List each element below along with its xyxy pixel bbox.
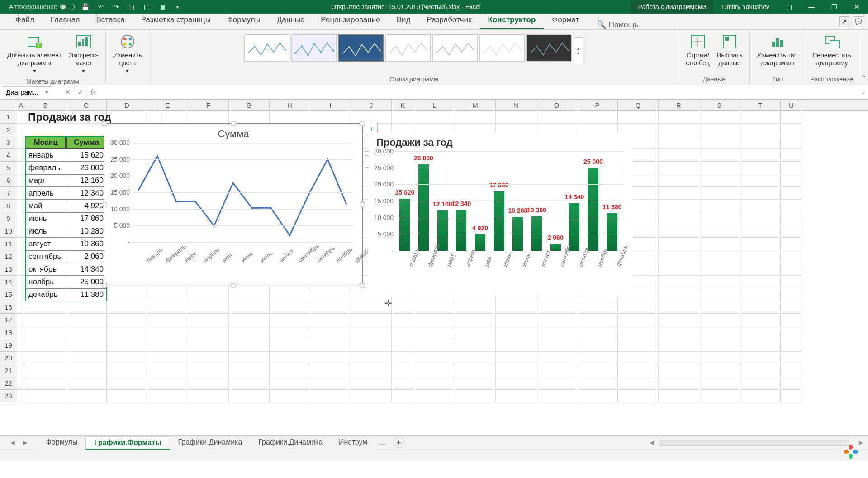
cell[interactable] (17, 124, 25, 136)
ribbon-tab-вид[interactable]: Вид (389, 12, 419, 29)
sheet-tab[interactable]: Графики.Динамика (250, 436, 331, 450)
cell[interactable] (536, 301, 577, 314)
col-header[interactable]: H (270, 100, 310, 110)
cell[interactable] (414, 339, 455, 352)
tell-me[interactable]: 🔍 Помощь (597, 20, 639, 29)
col-header[interactable]: D (107, 100, 147, 110)
col-header[interactable]: Q (618, 100, 659, 110)
cell[interactable] (618, 352, 659, 364)
cell[interactable] (618, 364, 659, 377)
cell[interactable] (740, 263, 781, 276)
cell[interactable] (496, 377, 536, 390)
cell[interactable] (699, 352, 740, 364)
cell[interactable] (699, 111, 740, 124)
change-colors-button[interactable]: Изменить цвета ▾ (110, 32, 144, 76)
minimize-icon[interactable]: — (800, 0, 823, 14)
cell[interactable] (618, 326, 659, 339)
cell[interactable] (781, 339, 802, 352)
formula-input[interactable] (100, 86, 859, 98)
cell[interactable] (25, 314, 66, 326)
cell[interactable] (414, 301, 455, 314)
cell[interactable] (25, 364, 66, 377)
cell[interactable] (618, 339, 659, 352)
cell[interactable] (270, 390, 310, 402)
cell[interactable] (659, 174, 699, 187)
cell[interactable] (699, 301, 740, 314)
table-cell-month[interactable]: март (25, 174, 66, 187)
line-chart-title[interactable]: Сумма (104, 124, 362, 143)
bar[interactable] (418, 164, 429, 251)
cell[interactable] (577, 301, 618, 314)
cell[interactable] (659, 149, 699, 162)
cell[interactable] (147, 314, 188, 326)
cancel-formula-icon[interactable]: ✕ (62, 86, 74, 98)
cell[interactable] (781, 149, 802, 162)
cell[interactable] (781, 326, 802, 339)
ribbon-options-icon[interactable]: ▢ (778, 0, 800, 14)
cell[interactable] (107, 288, 147, 301)
table-cell-sum[interactable]: 11 380 (66, 288, 107, 301)
cell[interactable] (17, 288, 25, 301)
cell[interactable] (17, 276, 25, 288)
cell[interactable] (781, 352, 802, 364)
col-header[interactable]: K (392, 100, 414, 110)
cell[interactable] (66, 326, 107, 339)
cell[interactable] (740, 288, 781, 301)
cell[interactable] (310, 364, 351, 377)
scroll-left-icon[interactable]: ◄ (645, 439, 659, 447)
cell[interactable] (740, 301, 781, 314)
change-chart-type-button[interactable]: Изменить тип диаграммы (754, 32, 800, 69)
cell[interactable] (66, 124, 107, 136)
cell[interactable] (496, 352, 536, 364)
cell[interactable] (740, 352, 781, 364)
cell[interactable] (699, 174, 740, 187)
cell[interactable] (781, 390, 802, 402)
cell[interactable] (781, 364, 802, 377)
cell[interactable] (659, 352, 699, 364)
cell[interactable] (310, 288, 351, 301)
cell[interactable] (229, 301, 270, 314)
cell[interactable] (536, 111, 577, 124)
cell[interactable] (17, 377, 25, 390)
ribbon-tab-разработчик[interactable]: Разработчик (418, 12, 479, 29)
cell[interactable] (351, 326, 392, 339)
horizontal-scrollbar[interactable] (659, 440, 849, 446)
bar[interactable] (588, 168, 598, 251)
cell[interactable] (659, 162, 699, 174)
cell[interactable] (147, 390, 188, 402)
cell[interactable] (659, 263, 699, 276)
cell[interactable] (17, 225, 25, 238)
cell[interactable] (659, 377, 699, 390)
cell[interactable] (659, 136, 699, 149)
col-header[interactable]: S (699, 100, 740, 110)
cell[interactable] (740, 225, 781, 238)
cell[interactable] (25, 390, 66, 402)
cell[interactable] (17, 238, 25, 250)
cell[interactable] (188, 377, 229, 390)
cell[interactable] (536, 390, 577, 402)
cell[interactable] (414, 326, 455, 339)
ribbon-tab-вставка[interactable]: Вставка (88, 12, 133, 29)
cell[interactable] (310, 352, 351, 364)
cell[interactable] (536, 314, 577, 326)
cell[interactable] (659, 124, 699, 136)
select-all-corner[interactable] (0, 100, 17, 110)
cell[interactable] (536, 364, 577, 377)
sheet-more[interactable]: ... (375, 439, 389, 447)
cell[interactable] (66, 301, 107, 314)
row-header[interactable]: 13 (0, 263, 17, 276)
ribbon-tab-разметка страницы[interactable]: Разметка страницы (133, 12, 219, 29)
cell[interactable] (740, 390, 781, 402)
cell[interactable] (229, 326, 270, 339)
sheet-tab[interactable]: Формулы (38, 436, 86, 450)
row-header[interactable]: 16 (0, 301, 17, 314)
cell[interactable] (699, 288, 740, 301)
cell[interactable] (310, 390, 351, 402)
cell[interactable] (740, 124, 781, 136)
cell[interactable] (392, 377, 414, 390)
cell[interactable] (659, 225, 699, 238)
table-cell-sum[interactable]: 12 160 (66, 174, 107, 187)
sheet-tab[interactable]: Инструм (331, 436, 375, 450)
qat-more-icon[interactable]: ▾ (173, 2, 182, 11)
cell[interactable] (740, 174, 781, 187)
